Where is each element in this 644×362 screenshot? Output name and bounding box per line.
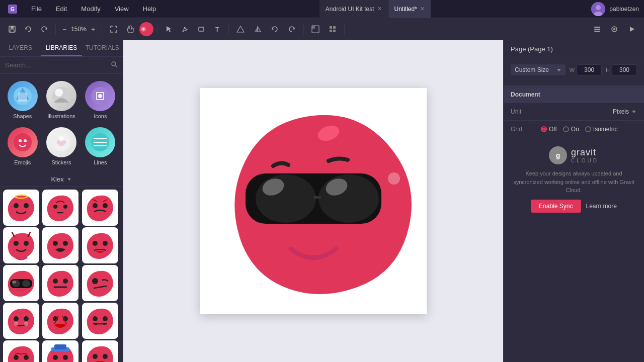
klex-dropdown-icon[interactable]: ▼ [67, 176, 72, 182]
svg-text:g: g [556, 151, 560, 159]
svg-rect-33 [18, 93, 27, 102]
redo-button[interactable] [37, 23, 51, 35]
rotate-right-button[interactable] [284, 22, 299, 37]
grid-isometric-option[interactable]: Isometric [585, 126, 618, 133]
emoji-cell-4[interactable] [3, 227, 39, 263]
emoji-cell-2[interactable] [42, 190, 78, 226]
grid-isometric-radio[interactable] [585, 126, 591, 132]
menu-file[interactable]: File [28, 3, 45, 15]
save-button[interactable] [5, 23, 19, 35]
grid-off-radio[interactable] [541, 126, 547, 132]
avatar[interactable] [591, 2, 605, 16]
emoji-cell-1[interactable] [3, 190, 39, 226]
undo-button[interactable] [21, 23, 35, 35]
unit-dropdown-arrow-icon [631, 109, 637, 115]
svg-point-47 [14, 203, 19, 208]
grid-off-option[interactable]: Off [541, 126, 557, 133]
unit-label: Unit [511, 108, 574, 115]
svg-point-27 [613, 28, 615, 30]
library-item-icons[interactable]: Icons [82, 78, 119, 122]
user-section: pabloetzen [591, 2, 639, 16]
svg-point-97 [256, 174, 316, 223]
learn-more-button[interactable]: Learn more [586, 203, 617, 210]
tab-untitled-label: Untitled* [394, 6, 417, 13]
library-item-emojis[interactable]: Emojis [4, 124, 41, 168]
search-button[interactable] [111, 61, 118, 69]
svg-rect-18 [312, 26, 315, 29]
emoji-cell-14[interactable] [42, 340, 78, 362]
right-panel: Page (Page 1) Custom Size W H Document [503, 40, 644, 362]
pen-tool-button[interactable] [178, 23, 192, 35]
tab-untitled-close[interactable]: ✕ [420, 6, 425, 12]
grid-options: Off On Isometric [541, 126, 618, 133]
tab-untitled[interactable]: Untitled* ✕ [388, 0, 431, 18]
select-tool-button[interactable] [162, 23, 176, 35]
emoji-cell-5[interactable] [42, 227, 78, 263]
arrange-button[interactable] [325, 22, 340, 37]
tab-android-ui[interactable]: Android UI Kit test ✕ [319, 0, 388, 18]
emoji-cell-7[interactable] [3, 265, 39, 301]
grid-on-option[interactable]: On [563, 126, 579, 133]
menu-view[interactable]: View [112, 3, 132, 15]
triangle-tool-button[interactable] [233, 22, 248, 37]
text-tool-button[interactable]: T [210, 23, 224, 35]
svg-point-9 [142, 28, 144, 30]
sidebar-tab-layers[interactable]: LAYERS [0, 40, 41, 56]
emoji-cell-8[interactable] [42, 265, 78, 301]
svg-point-71 [14, 322, 18, 326]
enable-sync-button[interactable]: Enable Sync [531, 200, 581, 213]
search-input[interactable] [5, 61, 111, 69]
height-input[interactable] [612, 64, 637, 75]
canvas-area[interactable] [123, 40, 503, 362]
inspect-button[interactable] [607, 22, 622, 37]
svg-rect-25 [594, 31, 600, 32]
grid-on-radio[interactable] [563, 126, 569, 132]
sidebar-tab-libraries[interactable]: LIBRARIES [41, 40, 82, 56]
svg-point-37 [98, 94, 102, 98]
zoom-minus-button[interactable]: − [60, 24, 69, 34]
mirror-tool-button[interactable] [250, 22, 265, 37]
library-item-shapes[interactable]: Shapes [4, 78, 41, 122]
emoji-cell-13[interactable] [3, 340, 39, 362]
library-thumb-stickers [46, 127, 76, 157]
cloud-logo-text-group: gravit cloud [571, 147, 599, 163]
library-item-stickers[interactable]: Stickers [43, 124, 79, 168]
sidebar-tab-tutorials[interactable]: TUTORIALS [82, 40, 123, 56]
svg-point-51 [63, 205, 67, 209]
svg-point-35 [55, 88, 63, 97]
zoom-plus-button[interactable]: + [89, 24, 98, 34]
size-section: Custom Size W H [504, 58, 644, 86]
svg-point-3 [596, 5, 601, 10]
emoji-cell-3[interactable] [82, 190, 118, 226]
emoji-cell-6[interactable] [82, 227, 118, 263]
emoji-cell-10[interactable] [3, 303, 39, 339]
library-item-lines[interactable]: Lines [82, 124, 119, 168]
rect-tool-button[interactable] [194, 23, 208, 35]
transform-button[interactable] [308, 22, 323, 37]
emoji-cell-9[interactable] [82, 265, 118, 301]
emoji-cell-15[interactable] [82, 340, 118, 362]
rotate-left-button[interactable] [267, 22, 282, 37]
menu-edit[interactable]: Edit [53, 3, 70, 15]
emoji-cell-11[interactable] [42, 303, 78, 339]
app-logo[interactable]: G [5, 2, 20, 17]
width-input[interactable] [577, 64, 602, 75]
svg-text:T: T [215, 26, 219, 33]
fit-screen-button[interactable] [106, 22, 121, 37]
svg-point-48 [24, 203, 29, 208]
menu-modify[interactable]: Modify [78, 3, 103, 15]
preview-button[interactable] [624, 22, 639, 37]
layers-panel-toggle[interactable] [590, 22, 605, 37]
emoji-cell-12[interactable] [82, 303, 118, 339]
hand-tool-button[interactable] [123, 23, 137, 35]
library-item-illustrations[interactable]: Illustrations [43, 78, 79, 122]
marker-tool-button[interactable] [139, 22, 153, 36]
tab-android-ui-close[interactable]: ✕ [377, 6, 382, 12]
svg-point-42 [59, 136, 64, 141]
svg-point-10 [184, 27, 186, 28]
menu-help[interactable]: Help [140, 3, 159, 15]
size-preset-button[interactable]: Custom Size [511, 64, 566, 75]
page-title: Page (Page 1) [504, 40, 644, 58]
svg-point-53 [103, 203, 108, 208]
svg-rect-21 [330, 30, 332, 32]
